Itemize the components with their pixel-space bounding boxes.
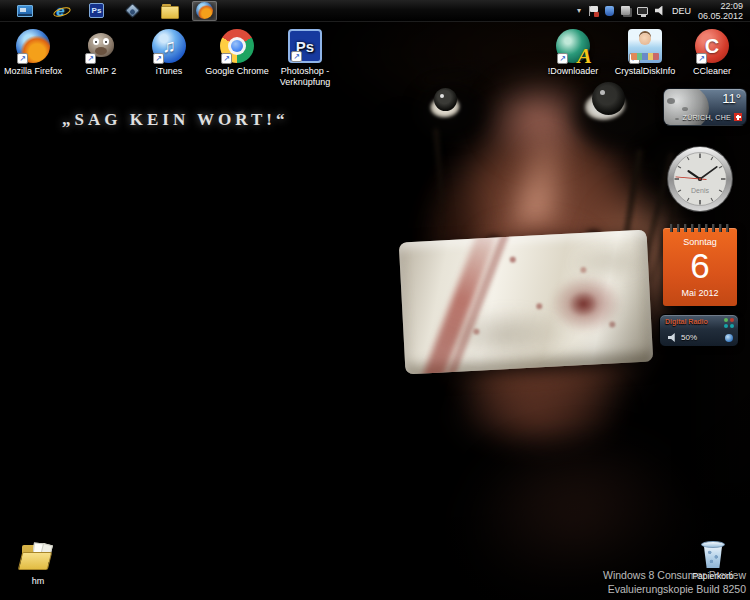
desktop-icon-label: Google Chrome [199, 66, 275, 77]
wallpaper-face [390, 50, 700, 490]
desktop-icon-google-chrome[interactable]: ↗ Google Chrome [199, 29, 275, 77]
weather-temperature: 11° [722, 91, 741, 106]
clock-label: Denis [666, 187, 734, 194]
tray-time: 22:09 [698, 1, 743, 11]
teal-dot-button[interactable] [730, 324, 734, 328]
start-button[interactable] [12, 1, 37, 21]
recycle-bin-icon [699, 538, 727, 570]
taskbar-item-file-explorer[interactable] [156, 1, 181, 21]
clock-gadget[interactable]: Denis [666, 145, 734, 213]
diamond-app-icon [125, 3, 141, 19]
right-eye [574, 83, 636, 129]
windows-start-icon [17, 5, 33, 17]
green-dot-button[interactable] [724, 318, 728, 322]
watermark-line2: Evaluierungskopie Build 8250 [603, 582, 746, 596]
volume-icon[interactable] [655, 6, 665, 16]
gimp-icon: ↗ [84, 29, 118, 63]
tape-over-mouth [399, 230, 654, 375]
device-icon[interactable] [621, 6, 630, 15]
desktop-icon-label: Papierkorb [684, 571, 742, 581]
desktop-icon-label: CCleaner [674, 66, 750, 77]
weather-location: ZÜRICH, CHE [683, 114, 731, 121]
desktop-icon-ccleaner[interactable]: C ↗ CCleaner [674, 29, 750, 77]
action-center-flag-icon[interactable] [588, 5, 598, 17]
desktop-icon-itunes[interactable]: ♫ ↗ iTunes [131, 29, 207, 77]
tray-clock[interactable]: 22:09 06.05.2012 [698, 1, 745, 21]
speaker-icon[interactable] [668, 333, 677, 342]
chrome-icon: ↗ [220, 29, 254, 63]
shortcut-arrow-icon: ↗ [17, 53, 28, 64]
language-indicator[interactable]: DEU [672, 6, 691, 16]
crystaldiskinfo-icon: ↗ [628, 29, 662, 63]
downloader-globe-icon: A ↗ [556, 29, 590, 63]
system-tray: ▾ DEU 22:09 06.05.2012 [577, 1, 750, 21]
calendar-day: 6 [663, 248, 737, 284]
desktop-icon-photoshop[interactable]: Ps ↗ Photoshop - Verknüpfung [267, 29, 343, 88]
ccleaner-icon: C ↗ [695, 29, 729, 63]
ie-icon: e [56, 3, 64, 18]
desktop-icon-label: Photoshop - Verknüpfung [267, 66, 343, 88]
tray-date: 06.05.2012 [698, 11, 743, 21]
volume-percent: 50% [681, 333, 697, 342]
radio-volume-gadget[interactable]: Digital Radio 50% [659, 314, 739, 347]
wallpaper-caption: „SAG KEIN WORT!“ [62, 110, 289, 130]
firefox-icon [196, 2, 213, 19]
shortcut-arrow-icon: ↗ [696, 53, 707, 64]
shortcut-arrow-icon: ↗ [557, 53, 568, 64]
photoshop-icon: Ps [89, 3, 104, 18]
desktop-icon-label: !Downloader [535, 66, 611, 77]
desktop-icon-label: Mozilla Firefox [0, 66, 71, 77]
shortcut-arrow-icon: ↗ [629, 53, 640, 64]
taskbar-item-daemon-tools[interactable] [120, 1, 145, 21]
radio-gadget-title: Digital Radio [665, 318, 708, 325]
desktop-icon-mozilla-firefox[interactable]: ↗ Mozilla Firefox [0, 29, 71, 77]
tray-overflow-chevron-icon[interactable]: ▾ [577, 7, 581, 15]
firefox-icon: ↗ [16, 29, 50, 63]
swiss-flag-icon [734, 113, 742, 121]
taskbar-apps: e Ps [0, 1, 217, 21]
desktop-icon-hm-folder[interactable]: hm [8, 542, 68, 586]
desktop-icon-label: CrystalDiskInfo [607, 66, 683, 77]
desktop-icon-recycle-bin[interactable]: Papierkorb [684, 538, 742, 581]
globe-icon[interactable] [725, 334, 733, 342]
desktop-icon-downloader[interactable]: A ↗ !Downloader [535, 29, 611, 77]
taskbar-item-photoshop[interactable]: Ps [84, 1, 109, 21]
desktop-icon-label: iTunes [131, 66, 207, 77]
defender-icon[interactable] [605, 6, 614, 16]
desktop-screen: „SAG KEIN WORT!“ e Ps ▾ DEU 22:09 06.05.… [0, 0, 750, 600]
network-icon[interactable] [637, 7, 648, 15]
folder-icon [161, 4, 177, 17]
analog-clock-icon [666, 145, 734, 213]
taskbar: e Ps ▾ DEU 22:09 06.05.2012 [0, 0, 750, 22]
taskbar-item-firefox[interactable] [192, 1, 217, 21]
desktop-icon-label: hm [8, 576, 68, 586]
left-eye [423, 91, 467, 124]
desktop-icon-gimp[interactable]: ↗ GIMP 2 [63, 29, 139, 77]
desktop-icon-crystaldiskinfo[interactable]: ↗ CrystalDiskInfo [607, 29, 683, 77]
shortcut-arrow-icon: ↗ [85, 53, 96, 64]
shortcut-arrow-icon: ↗ [153, 53, 164, 64]
desktop-icon-label: GIMP 2 [63, 66, 139, 77]
shortcut-arrow-icon: ↗ [221, 53, 232, 64]
itunes-icon: ♫ ↗ [152, 29, 186, 63]
weather-gadget[interactable]: 11° ZÜRICH, CHE [663, 88, 747, 126]
red-dot-button[interactable] [730, 318, 734, 322]
mascara-streak [607, 149, 643, 338]
calendar-spiral-icon [668, 224, 732, 232]
radio-gadget-buttons[interactable] [724, 318, 734, 328]
photoshop-icon: Ps ↗ [288, 29, 322, 63]
open-folder-icon [19, 542, 57, 574]
wallpaper [0, 0, 750, 600]
shortcut-arrow-icon: ↗ [291, 51, 302, 62]
teal-dot-button[interactable] [724, 324, 728, 328]
taskbar-item-internet-explorer[interactable]: e [48, 1, 73, 21]
music-note-icon: ♫ [162, 37, 176, 55]
calendar-gadget[interactable]: Sonntag 6 Mai 2012 [663, 224, 737, 306]
calendar-month-year: Mai 2012 [663, 288, 737, 298]
